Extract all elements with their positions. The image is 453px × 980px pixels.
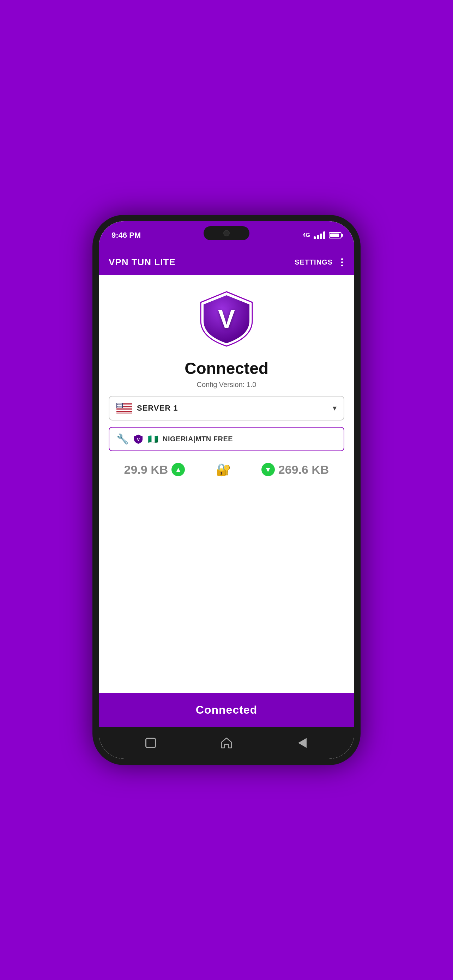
svg-point-26: [121, 406, 121, 407]
svg-text:V: V: [137, 437, 140, 442]
chevron-down-icon: ▾: [333, 404, 337, 413]
svg-point-18: [117, 405, 118, 406]
app-header: VPN TUN LITE SETTINGS: [99, 250, 354, 275]
more-options-button[interactable]: [340, 257, 344, 268]
svg-point-27: [117, 407, 118, 407]
svg-point-9: [117, 403, 118, 404]
nigeria-flag-icon: 🇳🇬: [148, 434, 158, 444]
upload-stat: 29.9 KB ▲: [124, 463, 185, 477]
svg-point-24: [119, 406, 119, 407]
dot3: [341, 264, 343, 266]
svg-point-19: [118, 405, 119, 406]
svg-point-22: [121, 405, 122, 406]
status-right: 4G: [303, 231, 342, 239]
svg-point-28: [118, 407, 119, 407]
svg-point-15: [119, 404, 119, 405]
svg-point-13: [121, 403, 122, 404]
svg-point-23: [118, 406, 118, 407]
svg-point-25: [119, 406, 120, 407]
svg-rect-5: [116, 409, 132, 409]
dot1: [341, 258, 343, 260]
svg-rect-7: [116, 412, 132, 412]
us-flag-icon: [116, 403, 132, 414]
svg-text:V: V: [218, 305, 235, 333]
config-selector[interactable]: 🔧 V 🇳🇬 NIGERIA|MTN FREE: [109, 427, 344, 451]
connect-button-label: Connected: [196, 703, 257, 716]
svg-point-21: [120, 405, 121, 406]
battery-fill: [330, 234, 339, 237]
notch: [203, 226, 250, 240]
app-title: VPN TUN LITE: [109, 257, 176, 268]
svg-point-14: [118, 404, 118, 405]
config-name: NIGERIA|MTN FREE: [163, 435, 233, 443]
home-icon: [220, 737, 233, 749]
download-stat: ▼ 269.6 KB: [261, 463, 329, 477]
mini-shield-icon: V: [133, 434, 144, 444]
home-button[interactable]: [218, 734, 235, 752]
connection-status: Connected: [184, 359, 269, 378]
nav-bar: [99, 727, 354, 759]
network-type: 4G: [303, 232, 310, 239]
lock-icon: 🔐: [216, 463, 231, 477]
wrench-icon: 🔧: [116, 433, 129, 445]
battery-icon: [329, 232, 342, 239]
status-bar: 9:46 PM 4G: [99, 221, 354, 250]
server-selector[interactable]: SERVER 1 ▾: [109, 396, 344, 420]
svg-point-11: [119, 403, 120, 404]
config-version: Config Version: 1.0: [197, 381, 256, 389]
signal-icon: [314, 231, 325, 239]
upload-icon: ▲: [172, 463, 185, 476]
back-icon: [298, 738, 307, 748]
recent-apps-button[interactable]: [142, 734, 159, 752]
main-content: V Connected Config Version: 1.0: [99, 275, 354, 693]
server-info: SERVER 1: [116, 403, 178, 414]
time-display: 9:46 PM: [111, 231, 141, 240]
svg-point-29: [119, 407, 120, 407]
server-name: SERVER 1: [137, 404, 178, 413]
download-value: 269.6 KB: [278, 463, 329, 477]
shield-logo: V: [197, 289, 256, 350]
phone-screen: 9:46 PM 4G VPN TUN LITE SET: [99, 221, 354, 759]
connect-button[interactable]: Connected: [99, 693, 354, 727]
settings-button[interactable]: SETTINGS: [295, 258, 333, 266]
svg-point-20: [119, 405, 120, 406]
header-actions: SETTINGS: [295, 257, 344, 268]
phone-device: 9:46 PM 4G VPN TUN LITE SET: [92, 215, 361, 765]
svg-point-17: [121, 404, 121, 405]
svg-point-12: [120, 403, 121, 404]
svg-point-30: [120, 407, 121, 407]
svg-point-10: [118, 403, 119, 404]
stats-row: 29.9 KB ▲ 🔐 ▼ 269.6 KB: [109, 463, 344, 477]
back-button[interactable]: [294, 734, 311, 752]
recent-apps-icon: [145, 738, 156, 748]
svg-point-31: [121, 407, 122, 407]
download-icon: ▼: [261, 463, 275, 476]
dot2: [341, 261, 343, 263]
svg-rect-6: [116, 410, 132, 411]
upload-value: 29.9 KB: [124, 463, 168, 477]
camera: [223, 230, 230, 236]
svg-point-16: [119, 404, 120, 405]
